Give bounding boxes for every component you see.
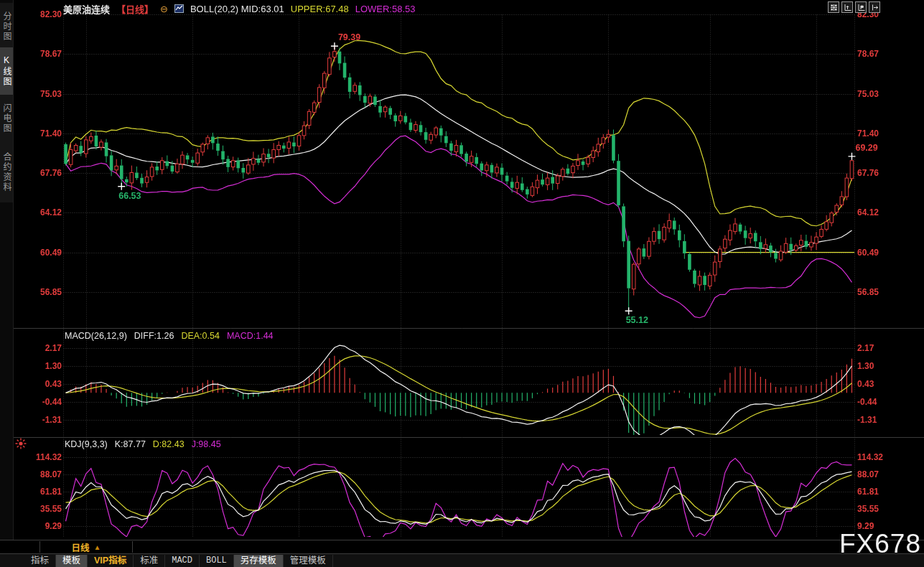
period-selector-button[interactable]: 日线 ▲ — [39, 541, 133, 553]
bottom-tab-vip-indicator[interactable]: VIP指标 — [88, 555, 134, 567]
chart-type-sidebar: 分时图K线图闪电图合约资料 — [0, 0, 14, 567]
price-axis-label-right: 56.85 — [857, 287, 893, 297]
macd-diff-value: DIFF:1.26 — [134, 331, 174, 341]
price-axis-label-left: 60.49 — [32, 248, 62, 258]
price-axis-label-right: 71.40 — [857, 128, 893, 139]
bottom-tab-standard[interactable]: 标准 — [134, 555, 165, 567]
bottom-tab-save-template[interactable]: 另存模板 — [234, 555, 284, 567]
kdj-axis-label-left: 9.29 — [32, 521, 62, 531]
kdj-axis-label-left: 35.55 — [32, 504, 62, 514]
macd-axis-label-left: -1.31 — [32, 415, 62, 425]
period-label: 日线 — [72, 540, 90, 554]
price-axis-label-left: 75.03 — [32, 89, 62, 99]
indicator-settings-icon[interactable] — [14, 437, 27, 450]
sidebar-item-flash-chart[interactable]: 闪电图 — [0, 95, 13, 142]
main-chart-header: 美原油连续 【日线】 ⊖ BOLL(20,2) MID:63.01 UPPER:… — [63, 3, 416, 14]
price-axis-label-left: 56.85 — [32, 287, 62, 297]
price-axis-label-left: 64.12 — [32, 207, 62, 217]
price-axis-label-right: 60.49 — [857, 248, 893, 258]
indicator-toolbar: 指标模板VIP指标标准MACDBOLL另存模板管理模板 — [0, 553, 924, 567]
kdj-panel-header: KDJ(9,3,3) K:87.77 D:82.43 J:98.45 — [65, 439, 221, 449]
bottom-tab-boll[interactable]: BOLL — [200, 555, 234, 567]
kdj-axis-label-right: 35.55 — [857, 504, 893, 514]
sidebar-item-contract-info[interactable]: 合约资料 — [0, 142, 13, 202]
kdj-d-value: D:82.43 — [153, 439, 185, 449]
symbol-name: 美原油连续 — [63, 2, 110, 16]
kdj-k-value: K:87.77 — [115, 439, 146, 449]
axis-scale-left-icon[interactable] — [841, 1, 853, 13]
boll-upper-label: UPPER:67.48 — [291, 4, 349, 14]
price-annotation: 55.12 — [626, 315, 648, 325]
chart-application: 分时图K线图闪电图合约资料 美原油连续 【日线】 ⊖ BOLL(20,2) MI… — [0, 0, 924, 567]
sidebar-item-kline-chart[interactable]: K线图 — [0, 47, 13, 95]
macd-axis-label-left: -0.44 — [32, 397, 62, 407]
price-axis-label-right: 64.12 — [857, 207, 893, 217]
price-axis-label-left: 82.30 — [32, 9, 62, 19]
kdj-axis-label-right: 114.32 — [857, 452, 893, 462]
macd-axis-label-right: 2.17 — [857, 343, 893, 353]
macd-panel-header: MACD(26,12,9) DIFF:1.26 DEA:0.54 MACD:1.… — [65, 331, 274, 341]
price-annotation: 79.39 — [338, 32, 360, 42]
price-axis-label-left: 78.67 — [32, 49, 62, 59]
boll-label: BOLL(20,2) MID:63.01 — [190, 4, 284, 14]
kdj-axis-label-right: 61.81 — [857, 487, 893, 497]
macd-dea-value: DEA:0.54 — [181, 331, 220, 341]
macd-name: MACD(26,12,9) — [65, 331, 127, 341]
macd-axis-label-right: 1.30 — [857, 361, 893, 371]
chart-toolbar — [828, 1, 880, 13]
chevron-up-icon: ▲ — [94, 543, 101, 551]
axis-scale-right-icon[interactable] — [855, 1, 867, 13]
macd-axis-label-left: 2.17 — [32, 343, 62, 353]
price-axis-label-left: 67.76 — [32, 168, 62, 178]
macd-axis-label-right: -1.31 — [857, 415, 893, 425]
kdj-axis-label-left: 88.07 — [32, 469, 62, 479]
price-annotation: 69.29 — [855, 143, 877, 153]
macd-axis-label-right: -0.44 — [857, 397, 893, 407]
macd-value: MACD:1.44 — [227, 331, 274, 341]
bottom-tab-template[interactable]: 模板 — [56, 555, 88, 567]
bottom-tab-macd[interactable]: MACD — [165, 555, 200, 567]
period-tag: 【日线】 — [116, 2, 154, 16]
price-annotation: 66.53 — [118, 191, 141, 201]
x-axis-row: 日线 ▲ — [0, 540, 924, 554]
crosshair-icon[interactable] — [828, 1, 839, 13]
collapse-icon[interactable]: ⊖ — [160, 4, 168, 14]
bottom-tab-manage-template[interactable]: 管理模板 — [284, 555, 333, 567]
shift-right-icon[interactable] — [869, 1, 880, 13]
macd-axis-label-left: 0.43 — [32, 379, 62, 389]
chart-canvas[interactable] — [0, 0, 924, 567]
mini-chart-icon — [174, 4, 184, 13]
sidebar-item-timeshare-chart[interactable]: 分时图 — [0, 3, 13, 50]
watermark: FX678 — [839, 529, 921, 559]
kdj-name: KDJ(9,3,3) — [65, 439, 108, 449]
price-axis-label-right: 78.67 — [857, 49, 893, 59]
kdj-axis-label-left: 61.81 — [32, 487, 62, 497]
macd-axis-label-left: 1.30 — [32, 361, 62, 371]
kdj-axis-label-right: 88.07 — [857, 469, 893, 479]
kdj-j-value: J:98.45 — [192, 439, 221, 449]
price-axis-label-left: 71.40 — [32, 128, 62, 139]
price-axis-label-right: 75.03 — [857, 89, 893, 99]
macd-axis-label-right: 0.43 — [857, 379, 893, 389]
bottom-tab-indicator[interactable]: 指标 — [24, 555, 56, 567]
boll-lower-label: LOWER:58.53 — [355, 4, 416, 14]
price-axis-label-right: 67.76 — [857, 168, 893, 178]
kdj-axis-label-left: 114.32 — [32, 452, 62, 462]
